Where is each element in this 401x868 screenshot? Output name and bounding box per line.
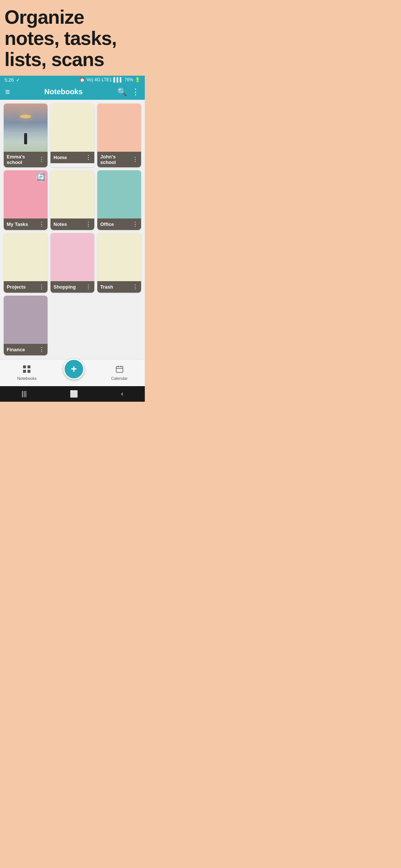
promo-title: Organize notes, tasks, lists, scans bbox=[4, 7, 140, 70]
toolbar: ≡ Notebooks 🔍 ⋮ bbox=[0, 84, 145, 100]
notebook-label-projects: Projects ⋮ bbox=[4, 281, 48, 293]
nav-calendar[interactable]: Calendar bbox=[104, 364, 135, 382]
status-right: ⏰ Vo) 4G LTE1 ▌▌▌ 76% 🔋 bbox=[79, 77, 140, 82]
status-bar: 5:26 ✓ ⏰ Vo) 4G LTE1 ▌▌▌ 76% 🔋 bbox=[0, 76, 145, 84]
notebook-card-trash[interactable]: Trash ⋮ bbox=[97, 233, 141, 293]
network-info: Vo) 4G LTE1 bbox=[87, 77, 112, 82]
notebook-card-tasks[interactable]: 🔄 My Tasks ⋮ bbox=[4, 170, 48, 230]
notebook-menu-notes[interactable]: ⋮ bbox=[85, 221, 91, 228]
nav-calendar-label: Calendar bbox=[111, 376, 128, 381]
notebook-menu-tasks[interactable]: ⋮ bbox=[39, 221, 45, 228]
notebook-menu-home[interactable]: ⋮ bbox=[85, 154, 91, 161]
notebook-name-emma: Emma's school bbox=[7, 154, 39, 165]
notebook-name-trash: Trash bbox=[100, 284, 113, 290]
notebook-label-john: John's school ⋮ bbox=[97, 152, 141, 167]
fab-add-button[interactable]: + bbox=[63, 359, 84, 379]
office-thumbnail bbox=[97, 170, 141, 218]
notebook-menu-projects[interactable]: ⋮ bbox=[39, 283, 45, 290]
toolbar-title: Notebooks bbox=[14, 88, 113, 96]
notebook-card-office[interactable]: Office ⋮ bbox=[97, 170, 141, 230]
svg-rect-2 bbox=[23, 370, 26, 373]
notebook-card-home[interactable]: Home ⋮ bbox=[50, 103, 94, 167]
notebook-name-home: Home bbox=[53, 155, 67, 160]
notebook-card-john[interactable]: John's school ⋮ bbox=[97, 103, 141, 167]
nav-notebooks[interactable]: Notebooks bbox=[10, 364, 44, 382]
svg-rect-1 bbox=[27, 365, 30, 368]
notebook-label-tasks: My Tasks ⋮ bbox=[4, 218, 48, 230]
notebook-label-office: Office ⋮ bbox=[97, 218, 141, 230]
checkmark-icon: ✓ bbox=[16, 77, 20, 83]
notebook-name-john: John's school bbox=[100, 154, 132, 165]
notebook-card-emma[interactable]: Emma's school ⋮ bbox=[4, 103, 48, 167]
battery-icon: 🔋 bbox=[135, 77, 140, 82]
svg-rect-3 bbox=[27, 370, 30, 373]
notes-thumbnail bbox=[50, 170, 94, 218]
notebooks-grid-icon bbox=[23, 365, 31, 375]
notebook-label-finance: Finance ⋮ bbox=[4, 344, 48, 355]
notebook-name-notes: Notes bbox=[53, 221, 67, 227]
notebook-name-finance: Finance bbox=[7, 347, 25, 352]
calendar-icon bbox=[115, 365, 124, 375]
notebook-card-finance[interactable]: Finance ⋮ bbox=[4, 296, 48, 355]
notebook-name-tasks: My Tasks bbox=[7, 221, 28, 227]
notebooks-grid: Emma's school ⋮ Home ⋮ John's school ⋮ 🔄… bbox=[0, 100, 145, 359]
john-thumbnail bbox=[97, 103, 141, 152]
notebook-card-notes[interactable]: Notes ⋮ bbox=[50, 170, 94, 230]
sync-icon: 🔄 bbox=[36, 172, 45, 181]
notebook-label-emma: Emma's school ⋮ bbox=[4, 152, 48, 167]
search-icon[interactable]: 🔍 bbox=[117, 87, 127, 97]
notebook-name-shopping: Shopping bbox=[53, 284, 76, 290]
notebook-label-home: Home ⋮ bbox=[50, 152, 94, 163]
more-options-icon[interactable]: ⋮ bbox=[131, 87, 140, 97]
emma-thumbnail bbox=[4, 103, 48, 152]
system-nav: ||| ⬜ ‹ bbox=[0, 386, 145, 402]
promo-header: Organize notes, tasks, lists, scans bbox=[0, 0, 145, 76]
notebook-name-projects: Projects bbox=[7, 284, 26, 290]
notebook-menu-trash[interactable]: ⋮ bbox=[132, 283, 138, 290]
notebook-menu-john[interactable]: ⋮ bbox=[132, 156, 138, 163]
nav-notebooks-label: Notebooks bbox=[17, 376, 37, 381]
notebook-menu-shopping[interactable]: ⋮ bbox=[85, 283, 91, 290]
menu-icon[interactable]: ≡ bbox=[5, 87, 10, 97]
finance-thumbnail bbox=[4, 296, 48, 344]
fab-plus-icon: + bbox=[71, 364, 77, 374]
status-left: 5:26 ✓ bbox=[4, 77, 20, 83]
svg-rect-0 bbox=[23, 365, 26, 368]
notebook-card-shopping[interactable]: Shopping ⋮ bbox=[50, 233, 94, 293]
shopping-thumbnail bbox=[50, 233, 94, 281]
notebook-label-notes: Notes ⋮ bbox=[50, 218, 94, 230]
signal-icon: ▌▌▌ bbox=[113, 77, 123, 82]
trash-thumbnail bbox=[97, 233, 141, 281]
time: 5:26 bbox=[4, 77, 14, 83]
battery-level: 76% bbox=[124, 77, 133, 82]
home-thumbnail bbox=[50, 103, 94, 152]
alarm-icon: ⏰ bbox=[79, 77, 85, 82]
notebook-menu-finance[interactable]: ⋮ bbox=[39, 346, 45, 353]
system-back-icon[interactable]: ‹ bbox=[121, 390, 123, 398]
bottom-nav: Notebooks + Calendar bbox=[0, 359, 145, 386]
notebook-name-office: Office bbox=[100, 221, 114, 227]
notebook-card-projects[interactable]: Projects ⋮ bbox=[4, 233, 48, 293]
svg-rect-4 bbox=[116, 366, 123, 372]
notebook-menu-emma[interactable]: ⋮ bbox=[39, 156, 45, 163]
system-home-icon[interactable]: ⬜ bbox=[70, 390, 78, 398]
notebook-menu-office[interactable]: ⋮ bbox=[132, 221, 138, 228]
projects-thumbnail bbox=[4, 233, 48, 281]
system-recent-icon[interactable]: ||| bbox=[22, 390, 27, 398]
notebook-label-trash: Trash ⋮ bbox=[97, 281, 141, 293]
notebook-label-shopping: Shopping ⋮ bbox=[50, 281, 94, 293]
